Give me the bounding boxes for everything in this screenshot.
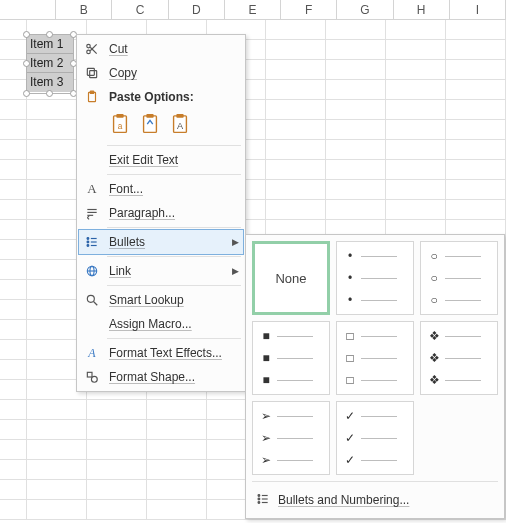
svg-rect-9 (116, 114, 123, 118)
blank-icon (83, 151, 101, 169)
menu-label: Exit Edit Text (109, 153, 239, 167)
svg-point-32 (258, 494, 260, 496)
menu-cut[interactable]: Cut (79, 37, 243, 61)
svg-text:a: a (118, 121, 123, 130)
menu-label: Format Text Effects... (109, 346, 239, 360)
bullet-none-label: None (275, 271, 306, 286)
menu-label: Bullets (109, 235, 228, 249)
search-icon (83, 291, 101, 309)
menu-exit-edit-text[interactable]: Exit Edit Text (79, 148, 243, 172)
font-icon: A (83, 180, 101, 198)
bullet-option-square-filled[interactable]: ■ ■ ■ (252, 321, 330, 395)
clipboard-icon (83, 88, 101, 106)
menu-label: Cut (109, 42, 239, 56)
bullets-submenu: None • • • ○ ○ ○ ■ ■ ■ □ □ □ ❖ ❖ ❖ ➢ ➢ (245, 234, 505, 519)
textbox-line: Item 2 (27, 54, 73, 73)
svg-rect-5 (87, 68, 94, 75)
svg-rect-14 (176, 114, 183, 118)
copy-icon (83, 64, 101, 82)
menu-label: Link (109, 264, 228, 278)
submenu-separator (252, 481, 498, 482)
col-header[interactable]: G (337, 0, 393, 19)
col-header-gutter (0, 0, 56, 19)
svg-point-1 (87, 50, 91, 54)
bullets-icon (83, 233, 101, 251)
svg-point-0 (87, 44, 91, 48)
resize-handle[interactable] (23, 31, 30, 38)
menu-bullets[interactable]: Bullets ▶ (79, 230, 243, 254)
col-header[interactable]: B (56, 0, 112, 19)
resize-handle[interactable] (46, 31, 53, 38)
paragraph-icon (83, 204, 101, 222)
bullet-option-disc[interactable]: • • • (336, 241, 414, 315)
menu-assign-macro[interactable]: Assign Macro... (79, 312, 243, 336)
menu-label: Paste Options: (109, 90, 239, 104)
text-effects-icon: A (83, 344, 101, 362)
bullet-option-circle[interactable]: ○ ○ ○ (420, 241, 498, 315)
paste-text-only-icon[interactable]: A (169, 113, 191, 140)
menu-font[interactable]: A Font... (79, 177, 243, 201)
menu-link[interactable]: Link ▶ (79, 259, 243, 283)
svg-rect-30 (87, 372, 92, 377)
menu-separator (107, 256, 241, 257)
bullet-option-none[interactable]: None (252, 241, 330, 315)
context-menu: Cut Copy Paste Options: a A Exit Edit Te… (76, 34, 246, 392)
paste-keep-source-icon[interactable]: a (109, 113, 131, 140)
menu-label: Copy (109, 66, 239, 80)
format-shape-icon (83, 368, 101, 386)
menu-separator (107, 174, 241, 175)
svg-point-19 (87, 238, 89, 240)
menu-paragraph[interactable]: Paragraph... (79, 201, 243, 225)
column-headers: B C D E F G H I (0, 0, 506, 20)
menu-format-shape[interactable]: Format Shape... (79, 365, 243, 389)
resize-handle[interactable] (46, 90, 53, 97)
col-header[interactable]: D (169, 0, 225, 19)
bullet-option-square-hollow[interactable]: □ □ □ (336, 321, 414, 395)
menu-separator (107, 338, 241, 339)
resize-handle[interactable] (23, 90, 30, 97)
svg-text:A: A (177, 120, 184, 130)
submenu-arrow-icon: ▶ (232, 266, 239, 276)
scissors-icon (83, 40, 101, 58)
menu-label: Font... (109, 182, 239, 196)
svg-point-36 (258, 501, 260, 503)
menu-paste-options: Paste Options: (79, 85, 243, 109)
menu-smart-lookup[interactable]: Smart Lookup (79, 288, 243, 312)
svg-point-21 (87, 241, 89, 243)
link-icon (83, 262, 101, 280)
submenu-arrow-icon: ▶ (232, 237, 239, 247)
bullet-option-check[interactable]: ✓ ✓ ✓ (336, 401, 414, 475)
svg-rect-11 (144, 115, 157, 131)
paste-options-row: a A (79, 109, 243, 143)
svg-rect-7 (90, 91, 94, 93)
bullet-option-diamond[interactable]: ❖ ❖ ❖ (420, 321, 498, 395)
col-header[interactable]: C (112, 0, 168, 19)
menu-label: Smart Lookup (109, 293, 239, 307)
col-header[interactable]: I (450, 0, 506, 19)
submenu-footer-label: Bullets and Numbering... (278, 493, 409, 507)
menu-label: Format Shape... (109, 370, 239, 384)
svg-line-29 (94, 302, 98, 306)
bullet-option-arrow[interactable]: ➢ ➢ ➢ (252, 401, 330, 475)
col-header[interactable]: F (281, 0, 337, 19)
svg-point-34 (258, 498, 260, 500)
bullets-and-numbering[interactable]: Bullets and Numbering... (252, 488, 498, 512)
menu-format-text-effects[interactable]: A Format Text Effects... (79, 341, 243, 365)
svg-point-28 (87, 295, 94, 302)
selected-textbox[interactable]: Item 1 Item 2 Item 3 (26, 34, 74, 94)
svg-rect-12 (146, 114, 153, 118)
col-header[interactable]: E (225, 0, 281, 19)
paste-merge-icon[interactable] (139, 113, 161, 140)
blank-icon (83, 315, 101, 333)
col-header[interactable]: H (394, 0, 450, 19)
menu-label: Assign Macro... (109, 317, 239, 331)
bullets-list-icon (256, 492, 270, 509)
menu-copy[interactable]: Copy (79, 61, 243, 85)
menu-separator (107, 145, 241, 146)
resize-handle[interactable] (23, 60, 30, 67)
svg-rect-4 (90, 71, 97, 78)
menu-separator (107, 227, 241, 228)
menu-label: Paragraph... (109, 206, 239, 220)
menu-separator (107, 285, 241, 286)
svg-point-31 (91, 376, 97, 382)
